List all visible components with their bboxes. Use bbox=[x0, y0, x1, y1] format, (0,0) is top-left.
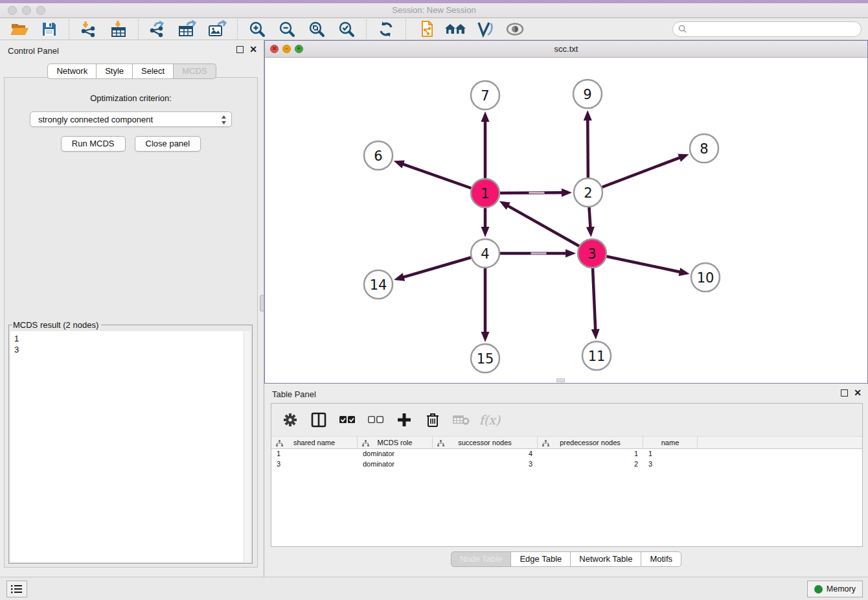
export-image-icon bbox=[208, 20, 227, 38]
export-image-button[interactable] bbox=[205, 19, 231, 40]
graph-node-label-4: 4 bbox=[481, 246, 489, 262]
zoom-out-button[interactable] bbox=[274, 19, 300, 40]
network-graph[interactable]: 7968124314101511 bbox=[265, 58, 867, 383]
refresh-icon bbox=[378, 21, 394, 38]
table-cell-shared_name: 1 bbox=[271, 449, 358, 459]
mcds-panel: Optimization criterion: strongly connect… bbox=[4, 77, 258, 568]
control-panel-header: Control Panel ✕ bbox=[0, 40, 264, 60]
arrowhead-icon bbox=[394, 160, 405, 168]
home-button[interactable] bbox=[442, 19, 468, 40]
task-history-button[interactable] bbox=[6, 581, 27, 597]
tab-network-table[interactable]: Network Table bbox=[570, 551, 641, 567]
function-builder-icon: f(x) bbox=[479, 413, 501, 427]
save-session-button[interactable] bbox=[36, 19, 62, 40]
mcds-result-list[interactable]: 13 bbox=[10, 331, 251, 562]
float-panel-icon[interactable] bbox=[236, 46, 244, 53]
graph-node-label-7: 7 bbox=[481, 88, 489, 104]
panel-splitter[interactable] bbox=[260, 295, 264, 312]
column-header-mcds_role[interactable]: MCDS role bbox=[358, 437, 433, 448]
arrowhead-icon bbox=[584, 110, 592, 121]
function-builder-button[interactable]: f(x) bbox=[479, 409, 501, 431]
search-input[interactable] bbox=[690, 25, 856, 34]
refresh-button[interactable] bbox=[373, 19, 399, 40]
close-panel-button[interactable]: Close panel bbox=[135, 136, 201, 152]
show-columns-button[interactable] bbox=[336, 409, 358, 431]
import-network-icon bbox=[80, 20, 98, 38]
tab-mcds[interactable]: MCDS bbox=[173, 63, 216, 79]
column-header-name[interactable]: name bbox=[643, 437, 698, 448]
add-column-button[interactable] bbox=[393, 409, 415, 431]
table-cell-successor_nodes: 3 bbox=[433, 459, 538, 470]
delete-table-button[interactable] bbox=[450, 409, 472, 431]
search-box bbox=[672, 21, 862, 37]
export-network-button[interactable] bbox=[145, 19, 171, 40]
network-resize-handle[interactable] bbox=[556, 378, 565, 382]
hide-columns-button[interactable] bbox=[365, 409, 387, 431]
arrowhead-icon bbox=[562, 189, 572, 197]
arrowhead-icon bbox=[394, 273, 405, 281]
arrowhead-icon bbox=[481, 227, 490, 237]
export-table-button[interactable] bbox=[175, 19, 201, 40]
graph-node-label-15: 15 bbox=[477, 351, 494, 367]
result-scrollbar[interactable] bbox=[244, 331, 251, 562]
table-cell-predecessor_nodes: 1 bbox=[538, 449, 643, 459]
mcds-result-lines: 13 bbox=[10, 331, 251, 355]
table-row[interactable]: 3dominator323 bbox=[271, 459, 862, 470]
zoom-selected-button[interactable] bbox=[334, 19, 360, 40]
table-panel-title: Table Panel bbox=[272, 389, 316, 399]
tab-style[interactable]: Style bbox=[96, 63, 133, 79]
arrowhead-icon bbox=[586, 227, 595, 237]
column-header-successor_nodes[interactable]: successor nodes bbox=[433, 437, 538, 448]
import-network-button[interactable] bbox=[76, 19, 102, 40]
graph-node-label-9: 9 bbox=[583, 87, 591, 102]
window-title: Session: New Session bbox=[0, 5, 868, 15]
eye-button[interactable] bbox=[502, 19, 528, 40]
open-session-icon bbox=[10, 21, 29, 37]
close-table-panel-icon[interactable]: ✕ bbox=[854, 388, 862, 397]
float-table-panel-icon[interactable] bbox=[841, 389, 848, 397]
control-panel: Control Panel ✕ NetworkStyleSelectMCDS O… bbox=[0, 40, 264, 577]
export-network-icon bbox=[148, 20, 168, 38]
mcds-result-group: MCDS result (2 nodes) 13 bbox=[8, 320, 253, 564]
eye-icon bbox=[505, 22, 525, 36]
open-session-button[interactable] bbox=[6, 19, 32, 40]
network-window-titlebar: ✕ − + scc.txt bbox=[265, 41, 867, 58]
export-table-icon bbox=[178, 20, 198, 38]
import-table-button[interactable] bbox=[106, 19, 131, 40]
tab-motifs[interactable]: Motifs bbox=[641, 551, 681, 567]
tab-edge-table[interactable]: Edge Table bbox=[510, 551, 571, 567]
arrowhead-icon bbox=[481, 332, 490, 342]
toolbar-separator bbox=[69, 19, 69, 39]
control-panel-tabs: NetworkStyleSelectMCDS bbox=[0, 63, 264, 79]
show-columns-icon bbox=[339, 416, 356, 424]
arrowhead-icon bbox=[591, 329, 600, 340]
graph-node-label-8: 8 bbox=[700, 141, 708, 157]
criterion-select[interactable]: strongly connected component bbox=[30, 111, 232, 127]
tab-select[interactable]: Select bbox=[132, 63, 174, 79]
memory-button[interactable]: Memory bbox=[807, 581, 863, 597]
delete-column-button[interactable] bbox=[422, 409, 444, 431]
table-settings-button[interactable] bbox=[279, 409, 301, 431]
column-header-predecessor_nodes[interactable]: predecessor nodes bbox=[538, 437, 643, 448]
column-browser-button[interactable] bbox=[308, 409, 330, 431]
hide-columns-icon bbox=[368, 416, 384, 424]
graph-node-label-2: 2 bbox=[584, 185, 592, 201]
zoom-fit-button[interactable] bbox=[304, 19, 330, 40]
table-row[interactable]: 1dominator411 bbox=[271, 449, 862, 459]
network-window-title: scc.txt bbox=[265, 44, 867, 54]
column-header-shared_name[interactable]: shared name bbox=[271, 437, 358, 448]
column-browser-icon bbox=[311, 412, 326, 428]
graph-node-label-3: 3 bbox=[588, 246, 596, 262]
zoom-fit-icon bbox=[308, 21, 325, 38]
node-table-container: f(x) shared nameMCDS rolesuccessor nodes… bbox=[271, 403, 863, 547]
zoom-in-button[interactable] bbox=[244, 19, 270, 40]
tab-node-table[interactable]: Node Table bbox=[451, 551, 512, 567]
vizmap-button[interactable] bbox=[472, 19, 498, 40]
run-mcds-button[interactable]: Run MCDS bbox=[61, 136, 126, 152]
close-panel-icon[interactable]: ✕ bbox=[249, 45, 257, 54]
network-from-file-button[interactable] bbox=[413, 19, 439, 40]
search-icon bbox=[678, 25, 687, 33]
table-cell-mcds_role: dominator bbox=[358, 449, 433, 459]
table-cell-name: 3 bbox=[643, 459, 698, 470]
tab-network[interactable]: Network bbox=[47, 63, 97, 79]
